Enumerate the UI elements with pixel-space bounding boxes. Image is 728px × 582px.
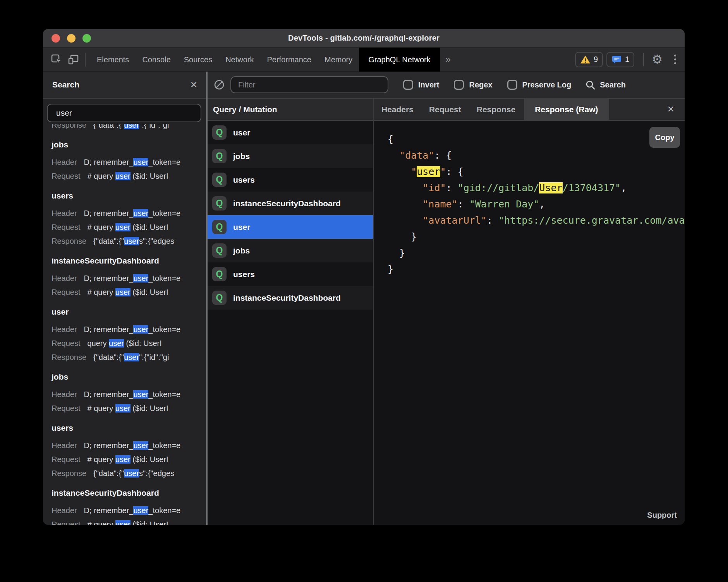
- match-highlight: user: [124, 124, 139, 129]
- close-response-panel[interactable]: ✕: [657, 99, 685, 120]
- result-row[interactable]: Request# query user ($id: UserI: [52, 220, 206, 234]
- close-window-button[interactable]: [52, 34, 60, 43]
- minimize-window-button[interactable]: [67, 34, 76, 43]
- chevron-double-icon[interactable]: »: [440, 53, 456, 65]
- main-area: Search ✕ Response{"data":{"user":{"id":"…: [43, 72, 685, 525]
- tab-performance[interactable]: Performance: [261, 48, 318, 72]
- result-text: # query: [88, 520, 115, 525]
- result-row[interactable]: Response{"data":{"users":{"edges: [52, 466, 206, 480]
- result-row[interactable]: HeaderD; remember_user_token=e: [52, 387, 206, 401]
- traffic-lights: [52, 29, 91, 47]
- json-line: {: [388, 131, 685, 147]
- result-text: D; remember_: [84, 209, 134, 217]
- tabbar-divider-2: [643, 53, 644, 66]
- result-row-value: query user ($id: UserI: [88, 339, 162, 347]
- query-item[interactable]: Quser: [208, 121, 373, 144]
- tab-elements[interactable]: Elements: [90, 48, 136, 72]
- search-input[interactable]: [47, 104, 201, 122]
- json-token: }: [388, 231, 417, 242]
- result-row[interactable]: HeaderD; remember_user_token=e: [52, 322, 206, 336]
- json-token: ,: [539, 199, 545, 210]
- checkbox-box: [507, 80, 517, 90]
- query-item[interactable]: Qjobs: [208, 239, 373, 262]
- search-panel: Search ✕ Response{"data":{"user":{"id":"…: [43, 72, 206, 525]
- toolbar-search[interactable]: Search: [585, 80, 626, 90]
- result-text: # query: [88, 223, 115, 231]
- tabbar-divider: [85, 53, 86, 67]
- query-list: QuserQjobsQusersQinstanceSecurityDashboa…: [208, 121, 373, 525]
- tab-console[interactable]: Console: [136, 48, 177, 72]
- result-row-label: Header: [52, 274, 77, 282]
- tab-headers[interactable]: Headers: [374, 99, 421, 120]
- json-line: }: [388, 229, 685, 245]
- query-item[interactable]: Qjobs: [208, 144, 373, 168]
- result-row[interactable]: Request# query user ($id: UserI: [52, 169, 206, 183]
- result-row[interactable]: HeaderD; remember_user_token=e: [52, 155, 206, 169]
- result-text: s":{"edges: [139, 237, 174, 245]
- result-row-value: # query user ($id: UserI: [88, 404, 168, 413]
- checkbox-invert[interactable]: Invert: [403, 80, 439, 90]
- match-highlight: user: [124, 353, 139, 361]
- kebab-menu-icon[interactable]: [665, 55, 685, 64]
- tab-sources[interactable]: Sources: [177, 48, 219, 72]
- result-row-label: Header: [52, 390, 77, 399]
- close-search-panel-icon[interactable]: ✕: [190, 80, 197, 89]
- toolbar-search-label: Search: [600, 80, 626, 89]
- result-row[interactable]: Response{"data":{"user":{"id":"gi: [52, 350, 206, 364]
- result-row-value: # query user ($id: UserI: [88, 172, 168, 180]
- result-text: _token=e: [148, 506, 180, 515]
- tab-memory[interactable]: Memory: [318, 48, 359, 72]
- filter-input[interactable]: [230, 76, 388, 93]
- match-highlight: user: [124, 469, 139, 478]
- clear-filter-icon[interactable]: [213, 79, 225, 91]
- result-row[interactable]: HeaderD; remember_user_token=e: [52, 503, 206, 517]
- result-row-value: {"data":{"user":{"id":"gi: [93, 124, 169, 129]
- checkbox-preserve-log[interactable]: Preserve Log: [507, 80, 572, 90]
- result-text: D; remember_: [84, 390, 134, 399]
- result-row-label: Request: [52, 520, 81, 525]
- search-match-highlight: user: [417, 166, 440, 177]
- result-row[interactable]: Request# query user ($id: UserI: [52, 401, 206, 415]
- json-token: [388, 166, 411, 177]
- search-panel-header: Search ✕: [43, 72, 206, 99]
- result-text: D; remember_: [84, 274, 134, 282]
- tab-graphql-network-active[interactable]: GraphQL Network: [359, 48, 440, 72]
- support-link[interactable]: Support: [647, 511, 677, 520]
- result-text: _token=e: [148, 390, 180, 399]
- response-tabs-spacer: [609, 99, 657, 120]
- warnings-badge[interactable]: 9: [575, 52, 603, 67]
- close-icon: ✕: [667, 105, 675, 114]
- device-toolbar-icon[interactable]: [67, 53, 80, 66]
- result-text: {"data":{": [93, 124, 124, 129]
- issues-badge[interactable]: 1: [606, 52, 634, 67]
- warning-count: 9: [594, 55, 598, 64]
- tab-response[interactable]: Response: [469, 99, 523, 120]
- match-highlight: user: [133, 390, 148, 399]
- json-token: ,: [621, 182, 627, 193]
- tab-request[interactable]: Request: [421, 99, 469, 120]
- result-row[interactable]: Request# query user ($id: UserI: [52, 285, 206, 299]
- json-token: "gid://gitlab/: [458, 182, 539, 193]
- tab-network[interactable]: Network: [219, 48, 260, 72]
- result-text: _token=e: [148, 158, 180, 166]
- result-row[interactable]: HeaderD; remember_user_token=e: [52, 438, 206, 452]
- query-item[interactable]: QinstanceSecurityDashboard: [208, 192, 373, 215]
- result-row[interactable]: HeaderD; remember_user_token=e: [52, 271, 206, 285]
- query-item[interactable]: QinstanceSecurityDashboard: [208, 286, 373, 310]
- query-item[interactable]: Qusers: [208, 262, 373, 286]
- result-row[interactable]: Requestquery user ($id: UserI: [52, 336, 206, 350]
- tab-response-raw-active[interactable]: Response (Raw): [524, 99, 609, 120]
- result-row[interactable]: Request# query user ($id: UserI: [52, 452, 206, 466]
- copy-button[interactable]: Copy: [649, 127, 680, 148]
- result-row[interactable]: Response{"data":{"users":{"edges: [52, 234, 206, 248]
- query-item[interactable]: Qusers: [208, 168, 373, 192]
- checkbox-regex[interactable]: Regex: [454, 80, 492, 90]
- result-row[interactable]: Response{"data":{"user":{"id":"gi: [52, 124, 206, 132]
- zoom-window-button[interactable]: [82, 34, 91, 43]
- result-text: D; remember_: [84, 441, 134, 450]
- result-row[interactable]: Request# query user ($id: UserI: [52, 517, 206, 525]
- query-item-selected[interactable]: Quser: [208, 215, 373, 239]
- inspect-icon[interactable]: [50, 53, 63, 66]
- gear-icon[interactable]: ⚙: [649, 52, 665, 67]
- result-row[interactable]: HeaderD; remember_user_token=e: [52, 206, 206, 220]
